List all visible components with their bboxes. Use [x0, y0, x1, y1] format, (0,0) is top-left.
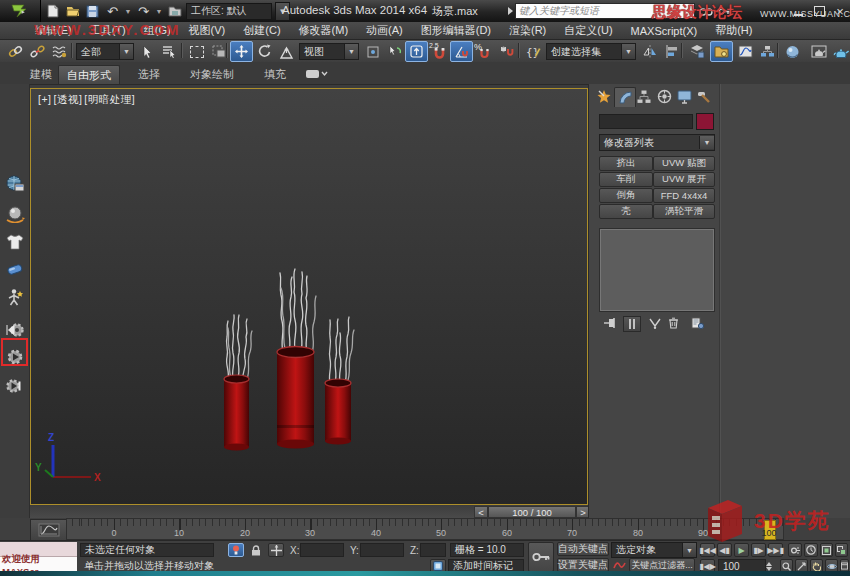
spinner-snap-toggle-icon[interactable]	[495, 41, 518, 62]
ribbon-tab-populate[interactable]: 填充	[256, 65, 294, 83]
bind-to-space-warp-icon[interactable]	[48, 41, 71, 62]
firecracker-middle[interactable]	[277, 347, 314, 449]
unlink-selection-icon[interactable]	[26, 41, 49, 62]
tab-create[interactable]	[594, 87, 614, 106]
set-keys-button[interactable]	[528, 542, 554, 572]
modifier-button-lathe[interactable]: 车削	[599, 172, 653, 187]
menu-maxscript[interactable]: MAXScript(X)	[622, 25, 707, 37]
zoom-extents-all-icon[interactable]	[835, 543, 848, 557]
modifier-button-turbosmooth[interactable]: 涡轮平滑	[653, 204, 715, 219]
redo-dropdown-icon[interactable]: ▼	[155, 3, 163, 19]
tab-modify[interactable]	[614, 87, 636, 107]
firecracker-right[interactable]	[325, 379, 351, 445]
ribbon-tab-freeform[interactable]: 自由形式	[58, 65, 120, 84]
mirror-icon[interactable]	[638, 41, 661, 62]
graphite-ribbon-toggle-icon[interactable]	[710, 41, 733, 62]
key-filter-target-dropdown[interactable]: 选定对象▼	[611, 542, 697, 558]
object-color-swatch[interactable]	[696, 113, 714, 130]
curve-editor-icon[interactable]	[734, 41, 757, 62]
project-folder-icon[interactable]	[166, 3, 183, 19]
ribbon-minimize-icon[interactable]	[306, 69, 328, 81]
menu-animation[interactable]: 动画(A)	[357, 23, 412, 38]
tab-hierarchy[interactable]	[634, 87, 654, 106]
menu-modifiers[interactable]: 修改器(M)	[290, 23, 358, 38]
make-unique-icon[interactable]	[647, 316, 663, 330]
pin-stack-icon[interactable]	[601, 316, 617, 330]
mini-curve-editor-button[interactable]	[30, 519, 68, 541]
select-by-name-icon[interactable]	[158, 41, 181, 62]
track-bar-ruler[interactable]: 0 10 20 30 40 50 60 70 80 90 100	[66, 518, 784, 540]
edit-named-selection-sets-icon[interactable]: {}	[522, 41, 545, 62]
coord-y-input[interactable]	[360, 543, 404, 557]
select-and-scale-icon[interactable]	[275, 41, 298, 62]
massfx-tools-icon[interactable]	[3, 172, 26, 195]
configure-modifier-sets-icon[interactable]	[689, 316, 705, 330]
menu-rendering[interactable]: 渲染(R)	[500, 23, 555, 38]
modifier-button-bevel[interactable]: 倒角	[599, 188, 653, 203]
menu-views[interactable]: 视图(V)	[180, 23, 235, 38]
percent-snap-toggle-icon[interactable]: %	[473, 41, 496, 62]
perspective-viewport[interactable]: [+] [透视] [明暗处理]	[30, 88, 588, 505]
render-setup-icon[interactable]	[807, 41, 830, 62]
tab-display[interactable]	[674, 87, 694, 106]
modifier-list-dropdown[interactable]: 修改器列表 ▼	[599, 134, 715, 151]
modifier-stack-list[interactable]	[599, 228, 715, 312]
reference-coordinate-system-dropdown[interactable]: 视图▼	[299, 43, 359, 60]
ribbon-tab-selection[interactable]: 选择	[130, 65, 168, 83]
default-in-out-tangents-icon[interactable]	[611, 558, 627, 572]
menu-create[interactable]: 创建(C)	[234, 23, 289, 38]
set-key-button[interactable]: 设置关键点	[557, 558, 609, 572]
firecracker-left[interactable]	[224, 375, 249, 451]
snaps-toggle-icon[interactable]: 2.5	[428, 41, 451, 62]
menu-help[interactable]: 帮助(H)	[706, 23, 761, 38]
search-expand-icon[interactable]	[508, 7, 513, 15]
rectangular-selection-region-icon[interactable]	[185, 41, 208, 62]
app-menu-button[interactable]	[0, 0, 41, 22]
open-file-icon[interactable]	[64, 3, 81, 19]
coord-x-input[interactable]	[300, 543, 344, 557]
undo-icon[interactable]: ↶	[104, 3, 121, 19]
modifier-button-extrude[interactable]: 挤出	[599, 156, 653, 171]
selection-filter-dropdown[interactable]: 全部▼	[76, 43, 134, 60]
new-scene-icon[interactable]	[44, 3, 61, 19]
isolate-selection-icon[interactable]	[228, 543, 244, 557]
named-selection-sets-combo[interactable]: 创建选择集▼	[546, 43, 636, 60]
selection-lock-icon[interactable]	[248, 543, 264, 557]
modifier-button-unwrap-uvw[interactable]: UVW 展开	[653, 172, 715, 187]
time-slider-handle[interactable]: 100 / 100	[488, 506, 576, 518]
use-pivot-point-center-icon[interactable]	[361, 41, 384, 62]
rigid-body-icon[interactable]	[3, 202, 26, 225]
modifier-button-shell[interactable]: 壳	[599, 204, 653, 219]
maxscript-mini-listener[interactable]: 欢迎使用 MAXScr	[0, 557, 77, 572]
modifier-button-uvw-map[interactable]: UVW 贴图	[653, 156, 715, 171]
key-filters-button[interactable]: 关键点过滤器...	[629, 558, 695, 572]
ribbon-tab-modeling[interactable]: 建模	[22, 65, 60, 83]
menu-customize[interactable]: 自定义(U)	[555, 23, 621, 38]
angle-snap-toggle-icon[interactable]	[450, 41, 473, 62]
select-and-move-icon[interactable]	[230, 41, 253, 62]
select-and-rotate-icon[interactable]	[253, 41, 276, 62]
material-editor-icon[interactable]	[781, 41, 804, 62]
modifier-list-arrow-icon[interactable]: ▼	[699, 136, 714, 149]
ribbon-tab-object-paint[interactable]: 对象绘制	[182, 65, 242, 83]
select-object-icon[interactable]	[136, 41, 159, 62]
remove-modifier-icon[interactable]	[665, 316, 681, 330]
select-and-link-icon[interactable]	[4, 41, 27, 62]
schematic-view-icon[interactable]	[756, 41, 779, 62]
coord-z-input[interactable]	[420, 543, 446, 557]
align-icon[interactable]	[660, 41, 683, 62]
auto-key-button[interactable]: 自动关键点	[557, 542, 609, 556]
object-name-field[interactable]	[599, 114, 693, 129]
mcloth-icon[interactable]	[3, 230, 26, 253]
step-simulation-icon[interactable]	[3, 374, 26, 397]
menu-graph-editors[interactable]: 图形编辑器(D)	[412, 23, 500, 38]
ragdoll-icon[interactable]	[3, 286, 26, 309]
show-end-result-icon[interactable]	[623, 316, 641, 332]
previous-frame-arrow[interactable]: <	[474, 506, 488, 518]
tab-utilities[interactable]	[694, 87, 714, 106]
layer-manager-icon[interactable]	[686, 41, 709, 62]
constraint-icon[interactable]	[3, 258, 26, 281]
workspace-selector[interactable]: 工作区: 默认	[186, 3, 272, 20]
undo-dropdown-icon[interactable]: ▼	[124, 3, 132, 19]
time-slider-track[interactable]	[30, 506, 474, 518]
